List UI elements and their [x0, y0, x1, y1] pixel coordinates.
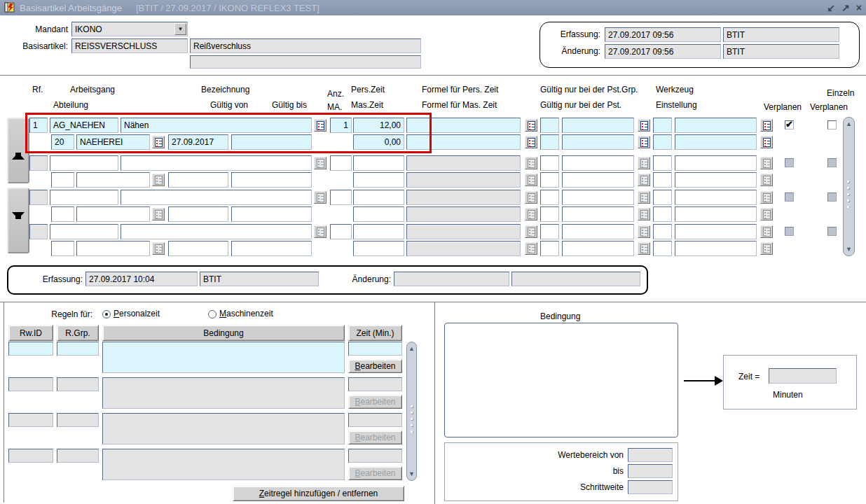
arbeitsgang-field[interactable]: [50, 224, 118, 239]
abteilung-nr-field[interactable]: [51, 172, 74, 188]
arbeitsgang-field[interactable]: [50, 155, 118, 171]
werkzeug-nr-field[interactable]: [653, 118, 672, 133]
zeit-min-field[interactable]: [348, 342, 402, 356]
pers-zeit-field[interactable]: [353, 155, 404, 171]
formel-pers-lov-button[interactable]: [525, 119, 537, 132]
grid-scrollbar[interactable]: ▲ ▼: [843, 117, 855, 256]
pst-grp-nr-field[interactable]: [540, 155, 559, 171]
mandant-combobox[interactable]: IKONO ▼: [71, 22, 188, 36]
pst-nr-field[interactable]: [540, 241, 559, 256]
mas-zeit-field[interactable]: 0,00: [353, 134, 404, 150]
einzeln-verplanen-checkbox[interactable]: [827, 120, 837, 130]
personalzeit-radio[interactable]: [102, 310, 111, 318]
pst-grp-field[interactable]: [562, 155, 634, 171]
scroll-down-icon[interactable]: ▼: [407, 469, 416, 479]
anz-ma-field[interactable]: [330, 155, 352, 171]
pst-grp-field[interactable]: [562, 190, 634, 205]
formel-mas-lov-button[interactable]: [525, 136, 537, 148]
gueltig-von-field[interactable]: [168, 172, 228, 188]
pst-field[interactable]: [562, 206, 634, 222]
gueltig-bis-field[interactable]: [231, 172, 312, 188]
bezeichnung-field[interactable]: [121, 224, 312, 239]
gueltig-bis-field[interactable]: [231, 134, 312, 150]
scroll-down-icon[interactable]: ▼: [844, 244, 854, 254]
gueltig-von-field[interactable]: [168, 241, 228, 256]
gueltig-bis-field[interactable]: [231, 206, 312, 222]
move-row-down-button[interactable]: [7, 188, 29, 253]
abteilung-field[interactable]: [76, 206, 150, 222]
abteilung-field[interactable]: [76, 241, 150, 256]
anz-ma-field[interactable]: [330, 224, 352, 239]
abteilung-nr-field[interactable]: [51, 241, 74, 256]
scrollbar-grip[interactable]: [846, 178, 852, 208]
werkzeug-nr-field[interactable]: [653, 155, 672, 171]
anz-ma-field[interactable]: [330, 190, 352, 205]
verplanen-checkbox[interactable]: [785, 120, 794, 130]
pst-grp-nr-field[interactable]: [540, 190, 559, 205]
anz-ma-field[interactable]: 1: [330, 118, 352, 133]
einstellung-field[interactable]: [675, 206, 757, 222]
gueltig-bis-field[interactable]: [231, 241, 312, 256]
bezeichnung-field[interactable]: Nähen: [121, 118, 312, 133]
close-icon[interactable]: ×: [856, 1, 862, 15]
minimize-icon[interactable]: ↙: [827, 1, 835, 15]
dropdown-arrow-icon[interactable]: ▼: [174, 23, 186, 35]
maschinenzeit-radio[interactable]: [208, 310, 216, 318]
pst-grp-nr-field[interactable]: [540, 224, 559, 239]
abteilung-nr-field[interactable]: [51, 206, 74, 222]
r-grp-field[interactable]: [57, 342, 99, 356]
move-row-up-button[interactable]: [7, 118, 29, 183]
werkzeug-lov-button[interactable]: [760, 119, 773, 132]
formel-pers-field[interactable]: [406, 118, 521, 133]
personalzeit-label[interactable]: Personalzeit: [114, 309, 160, 318]
scrollbar-grip[interactable]: [409, 403, 414, 433]
scroll-up-icon[interactable]: ▲: [844, 119, 854, 129]
werkzeug-field[interactable]: [675, 224, 757, 239]
pst-field[interactable]: [562, 241, 634, 256]
scroll-up-icon[interactable]: ▲: [407, 344, 416, 354]
gueltig-von-field[interactable]: 27.09.2017: [168, 134, 228, 150]
werkzeug-nr-field[interactable]: [653, 224, 672, 239]
pst-nr-field[interactable]: [540, 172, 559, 188]
pst-grp-field[interactable]: [562, 224, 634, 239]
einstellung-nr-field[interactable]: [653, 172, 672, 188]
pers-zeit-field[interactable]: [353, 190, 404, 205]
restore-icon[interactable]: ↗: [841, 1, 850, 15]
pst-nr-field[interactable]: [540, 206, 559, 222]
pers-zeit-field[interactable]: 12,00: [353, 118, 404, 133]
bearbeiten-button[interactable]: Bearbeiten: [348, 359, 402, 373]
werkzeug-nr-field[interactable]: [653, 190, 672, 205]
pst-field[interactable]: [562, 134, 634, 150]
zeitregel-hinzufuegen-button[interactable]: Zeitregel hinzufügen / entfernen: [233, 486, 404, 501]
bedingung-field[interactable]: [102, 342, 345, 373]
einstellung-nr-field[interactable]: [653, 241, 672, 256]
mas-zeit-field[interactable]: [353, 206, 404, 222]
pers-zeit-field[interactable]: [353, 224, 404, 239]
werkzeug-field[interactable]: [675, 155, 757, 171]
rf-field[interactable]: 1: [29, 118, 48, 133]
abteilung-lov-button[interactable]: [152, 136, 165, 148]
abteilung-field[interactable]: NAEHEREI: [76, 134, 150, 150]
einstellung-lov-button[interactable]: [760, 136, 773, 148]
abteilung-nr-field[interactable]: 20: [51, 134, 74, 150]
pst-nr-field[interactable]: [540, 134, 559, 150]
einstellung-field[interactable]: [675, 172, 757, 188]
einstellung-field[interactable]: [675, 241, 757, 256]
abteilung-field[interactable]: [76, 172, 150, 188]
mas-zeit-field[interactable]: [353, 172, 404, 188]
arbeitsgang-field[interactable]: [50, 190, 118, 205]
einstellung-field[interactable]: [675, 134, 757, 150]
einstellung-nr-field[interactable]: [653, 134, 672, 150]
pst-grp-lov-button[interactable]: [638, 119, 650, 132]
bezeichnung-lov-button[interactable]: [314, 119, 327, 132]
pst-field[interactable]: [562, 172, 634, 188]
formel-mas-field[interactable]: [406, 134, 521, 150]
pst-grp-nr-field[interactable]: [540, 118, 559, 133]
pst-lov-button[interactable]: [638, 136, 650, 148]
pst-grp-field[interactable]: [562, 118, 634, 133]
maschinenzeit-label[interactable]: Maschinenzeit: [219, 309, 273, 318]
rules-scrollbar[interactable]: ▲ ▼: [406, 342, 417, 481]
bezeichnung-field[interactable]: [121, 190, 312, 205]
werkzeug-field[interactable]: [675, 190, 757, 205]
werkzeug-field[interactable]: [675, 118, 757, 133]
